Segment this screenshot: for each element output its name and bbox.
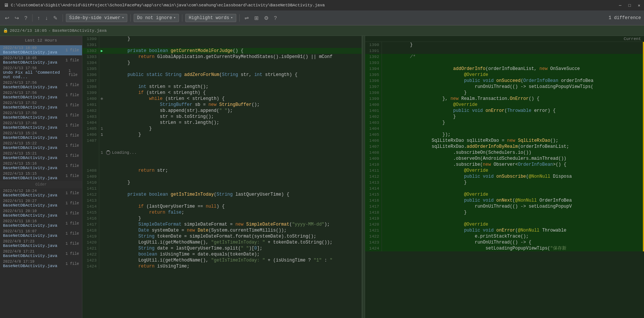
toolbar-divider-5 [239, 14, 240, 22]
sidebar-item-3[interactable]: 2022/4/13 17:56 BaseNetDBActivity.java 1… [0, 80, 82, 90]
sidebar-item-older-1[interactable]: 2022/4/12 10:24 BaseNetDBActivity.java 1… [0, 188, 82, 198]
app-icon: 🖥 [4, 3, 9, 8]
sidebar-item-10[interactable]: 2022/4/13 15:21 BaseNetDBActivity.java 1… [0, 151, 82, 161]
code-row-1412: 1412 private boolean getIsTimeInToday(St… [82, 192, 362, 198]
sidebar-item-6[interactable]: 2022/4/13 17:50 BaseNetDBActivity.java 1… [0, 110, 82, 120]
close-btn[interactable]: ✕ [638, 3, 640, 8]
right-code-row-1393: 1393 [365, 60, 644, 66]
right-code-row-1404: 1404 [365, 126, 644, 132]
right-code-row-1400: 1400 @Override [365, 102, 644, 108]
current-label: Current [624, 37, 641, 41]
file-separator: - [48, 28, 51, 33]
highlight-dropdown[interactable]: Highlight words ▾ [185, 14, 236, 22]
sidebar-item-older-8[interactable]: 2022/4/8 17:19 BaseNetDBActivity.java 1 … [0, 259, 82, 269]
sidebar-item-older-3[interactable]: 2022/4/11 20:10 BaseNetDBActivity.java 1… [0, 208, 82, 218]
code-row-1411: 1411 [82, 186, 362, 192]
right-code-row-1410: 1410 .subscribe(new Observer<OrderInfoBe… [365, 162, 644, 168]
right-code-row-1424: 1424 setLoadingPopupViewTips("保存新 [365, 245, 644, 251]
main-content: Last 12 Hours 2022/4/13 18:09 BaseNetDBA… [0, 36, 644, 318]
title-bar: 🖥 C:\CustomData\Sigbit\Android\GitProjec… [0, 0, 644, 10]
sidebar-item-4[interactable]: 2022/4/13 17:56 BaseNetDBActivity.java 1… [0, 90, 82, 100]
toolbar-divider-1 [32, 14, 33, 22]
code-row-1414: 1414 if (lastQueryUserTime == null) { [82, 204, 362, 210]
up-btn[interactable]: ↑ [36, 14, 42, 22]
right-code-row-1414: 1414 [365, 186, 644, 192]
right-code-row-1394: 1394 addOrderInfo(orderInfoBeanList, new… [365, 66, 644, 72]
right-code-row-1403: 1403 } [365, 120, 644, 126]
compare-btn[interactable]: ⇌ [243, 14, 251, 22]
right-code-row-1419: 1419 [365, 215, 644, 221]
edit-btn[interactable]: ✎ [51, 14, 60, 22]
highlight-dropdown-chevron: ▾ [231, 16, 233, 20]
code-row-1390: 1390 } [82, 36, 362, 42]
sidebar-item-7[interactable]: 2022/4/13 17:48 BaseNetDBActivity.java 1… [0, 120, 82, 131]
left-code-pane[interactable]: 1390 } 1391 1392 ▶ private boolean getCu… [82, 36, 362, 318]
sidebar-item-older-2[interactable]: 2022/4/11 20:27 BaseNetDBActivity.java 1… [0, 198, 82, 208]
viewer-dropdown-label: Side-by-side viewer [69, 15, 121, 21]
redo-btn[interactable]: ↪ [13, 14, 21, 22]
sidebar-item-8[interactable]: 2022/4/13 15:24 BaseNetDBActivity.java 1… [0, 131, 82, 141]
lock-icon: 🔒 [3, 28, 8, 33]
window-controls: ─ □ ✕ [619, 3, 640, 8]
right-code-row-1391: 1391 [365, 48, 644, 54]
ignore-dropdown-label: Do not ignore [137, 15, 172, 21]
code-row-1404: 1404 strLen = str.length(); [82, 120, 362, 126]
right-code-row-1402: 1402 } [365, 114, 644, 120]
right-code-row-1392: 1392 /* [365, 54, 644, 60]
code-row-1420: 1420 LogUtil.i(getMethodName(), "getIsTi… [82, 239, 362, 245]
right-code-row-1415: 1415 @Override [365, 192, 644, 198]
ignore-dropdown-chevron: ▾ [174, 16, 176, 20]
code-row-1396: 1396 public static String addZeroForNum(… [82, 72, 362, 78]
right-code-row-1408: 1408 .subscribeOn(Schedulers.io()) [365, 150, 644, 156]
sidebar-item-11[interactable]: 2022/4/13 15:16 BaseNetDBActivity.java 1… [0, 161, 82, 171]
help2-btn[interactable]: ? [272, 14, 279, 22]
right-code-row-1418: 1418 } [365, 210, 644, 215]
right-code-row-1405: 1405 }); [365, 132, 644, 138]
pane-divider[interactable] [362, 36, 365, 318]
maximize-btn[interactable]: □ [628, 3, 631, 8]
loading-indicator: Loading... [106, 150, 360, 156]
right-code-row-1417: 1417 runOnUiThread(() -> setLoadingPopup… [365, 204, 644, 210]
code-row-1422: 1422 boolean isUsingTime = date.equals(t… [82, 251, 362, 257]
sidebar-item-12[interactable]: 2022/4/13 15:15 BaseNetDBActivity.java 1… [0, 171, 82, 181]
right-code-pane[interactable]: Current 1390 } 1391 [365, 36, 644, 318]
sidebar-item-older-6[interactable]: 2022/4/8 17:23 BaseNetDBActivity.java 1 … [0, 239, 82, 249]
right-code-row-1409: 1409 .observeOn(AndroidSchedulers.mainTh… [365, 156, 644, 162]
right-code-row-1411: 1411 @Override [365, 168, 644, 174]
sidebar-item-older-5[interactable]: 2022/4/11 16:07 BaseNetDBActivity.java 1… [0, 229, 82, 239]
settings-btn[interactable]: ⚙ [262, 14, 271, 22]
right-code-row-1407: 1407 sqlLiteRxDao.addOrderInfoByRealm(or… [365, 144, 644, 150]
sidebar-header: Last 12 Hours [0, 36, 82, 45]
toolbar-divider-4 [182, 14, 182, 22]
sidebar-item-active[interactable]: 2022/4/13 18:09 BaseNetDBActivity.java 1… [0, 45, 82, 55]
down-btn[interactable]: ↓ [43, 14, 50, 22]
code-row-1401: 1401 StringBuffer sb = new StringBuffer(… [82, 102, 362, 108]
code-row-1409: 1409 [82, 174, 362, 180]
right-code-row-1416: 1416 public void onNext(@NonNull OrderIn… [365, 198, 644, 204]
sidebar-item-older-4[interactable]: 2022/4/11 18:16 BaseNetDBActivity.java 1… [0, 218, 82, 229]
right-code-row-1422: 1422 e.printStackTrace(); [365, 233, 644, 239]
sidebar: Last 12 Hours 2022/4/13 18:09 BaseNetDBA… [0, 36, 82, 318]
right-code-row-1397: 1397 runOnUiThread(() -> setLoadingPopup… [365, 84, 644, 90]
right-code-row-1398: 1398 } [365, 90, 644, 96]
code-row-1407: 1407 1 Loading... [82, 138, 362, 168]
help-btn[interactable]: ? [22, 14, 29, 22]
right-code-row-1406: 1406 SqlLiteRxDao sqlLiteRxDao = new Sql… [365, 138, 644, 144]
code-row-1419: 1419 String tokenDate = simpleDateFormat… [82, 233, 362, 239]
minimize-btn[interactable]: ─ [619, 3, 622, 8]
viewer-dropdown[interactable]: Side-by-side viewer ▾ [66, 14, 127, 22]
sidebar-item-5[interactable]: 2022/4/13 17:52 BaseNetDBActivity.java 1… [0, 100, 82, 110]
sidebar-item-1[interactable]: 2022/4/13 18:05 BaseNetDBActivity.java 1… [0, 55, 82, 65]
sidebar-item-9[interactable]: 2022/4/13 15:22 BaseNetDBActivity.java 1… [0, 141, 82, 151]
differences-count: 1 difference [609, 15, 641, 21]
sidebar-item-2[interactable]: 2022/4/13 17:56 Undo Fix all 'Commented … [0, 65, 82, 80]
right-code-row-1413: 1413 } [365, 180, 644, 186]
layout-btn[interactable]: ⊞ [252, 14, 261, 22]
code-row-1392: 1392 ▶ private boolean getCurrentModelFo… [82, 48, 362, 54]
right-code-row-1401: 1401 public void onError(Throwable error… [365, 108, 644, 114]
sidebar-item-older-7[interactable]: 2022/4/8 17:21 BaseNetDBActivity.java 1 … [0, 249, 82, 259]
ignore-dropdown[interactable]: Do not ignore ▾ [134, 14, 179, 22]
right-code-row-1421: 1421 public void onError(@NonNull Throwa… [365, 227, 644, 233]
code-row-1394: 1394 } [82, 60, 362, 66]
undo-btn[interactable]: ↩ [3, 14, 11, 22]
